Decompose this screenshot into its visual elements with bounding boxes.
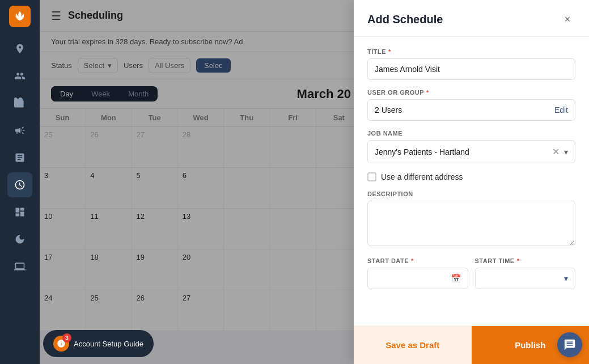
chat-button[interactable] (557, 332, 582, 357)
different-address-row: Use a different address (367, 172, 575, 181)
account-guide-label: Account Setup Guide (74, 340, 143, 348)
user-group-label-text: USER OR GROUP (367, 89, 424, 96)
modal-body: TITLE * USER OR GROUP * 2 Users Edit JOB… (354, 37, 589, 325)
sidebar-item-sleep[interactable] (7, 227, 32, 252)
title-label: TITLE * (367, 48, 575, 55)
start-date-group: START DATE * 📅 (367, 257, 468, 289)
job-name-box: Jenny's Patients - Hartland ✕ ▾ (367, 140, 575, 163)
calendar-icon: 📅 (451, 274, 461, 283)
sidebar (0, 0, 40, 364)
title-input[interactable] (367, 58, 575, 80)
close-button[interactable]: × (560, 11, 575, 27)
sidebar-item-scheduling[interactable] (7, 172, 32, 197)
add-schedule-modal: Add Schedule × TITLE * USER OR GROUP * 2… (354, 0, 589, 364)
start-time-label-text: START TIME (475, 257, 515, 264)
clock-icon: ▾ (564, 274, 568, 283)
start-date-label: START DATE * (367, 257, 468, 264)
required-indicator: * (411, 257, 414, 264)
sidebar-item-monitor[interactable] (7, 254, 32, 279)
job-name-field-group: JOB NAME Jenny's Patients - Hartland ✕ ▾ (367, 130, 575, 163)
guide-icon-wrapper: 3 (53, 336, 69, 352)
start-date-input[interactable]: 📅 (367, 268, 468, 289)
start-time-group: START TIME * ▾ (475, 257, 576, 289)
sidebar-item-reports[interactable] (7, 145, 32, 170)
save-draft-button[interactable]: Save as Draft (354, 326, 472, 364)
job-name-label-text: JOB NAME (367, 130, 402, 137)
description-textarea[interactable] (367, 201, 575, 246)
title-field-group: TITLE * (367, 48, 575, 80)
required-indicator: * (517, 257, 520, 264)
different-address-checkbox[interactable] (367, 172, 376, 181)
notification-badge: 3 (62, 333, 71, 342)
required-indicator: * (388, 48, 391, 55)
title-label-text: TITLE (367, 48, 386, 55)
account-setup-guide[interactable]: 3 Account Setup Guide (43, 330, 154, 357)
app-logo[interactable] (9, 6, 31, 27)
sidebar-item-dashboard[interactable] (7, 200, 32, 225)
start-time-label: START TIME * (475, 257, 576, 264)
modal-header: Add Schedule × (354, 0, 589, 37)
user-group-box: 2 Users Edit (367, 99, 575, 121)
user-group-field-group: USER OR GROUP * 2 Users Edit (367, 89, 575, 121)
start-time-input[interactable]: ▾ (475, 268, 576, 289)
job-name-value: Jenny's Patients - Hartland (375, 147, 469, 156)
description-label: DESCRIPTION (367, 191, 575, 197)
job-name-label: JOB NAME (367, 130, 575, 137)
date-time-row: START DATE * 📅 START TIME * ▾ (367, 257, 575, 289)
modal-footer: Save as Draft Publish (354, 325, 589, 364)
user-group-label: USER OR GROUP * (367, 89, 575, 96)
required-indicator: * (426, 89, 429, 96)
sidebar-item-contacts[interactable] (7, 64, 32, 88)
sidebar-item-campaigns[interactable] (7, 118, 32, 143)
different-address-label: Use a different address (381, 172, 463, 181)
job-name-actions: ✕ ▾ (552, 146, 568, 157)
modal-overlay[interactable] (40, 0, 362, 364)
start-date-label-text: START DATE (367, 257, 409, 264)
sidebar-item-jobs[interactable] (7, 91, 32, 116)
user-group-value: 2 Users (375, 105, 402, 115)
edit-users-link[interactable]: Edit (554, 105, 568, 115)
modal-title: Add Schedule (367, 13, 443, 26)
description-field-group: DESCRIPTION (367, 191, 575, 248)
description-label-text: DESCRIPTION (367, 191, 413, 197)
sidebar-item-map[interactable] (7, 36, 32, 61)
job-clear-button[interactable]: ✕ (552, 146, 560, 157)
job-dropdown-button[interactable]: ▾ (564, 147, 568, 156)
